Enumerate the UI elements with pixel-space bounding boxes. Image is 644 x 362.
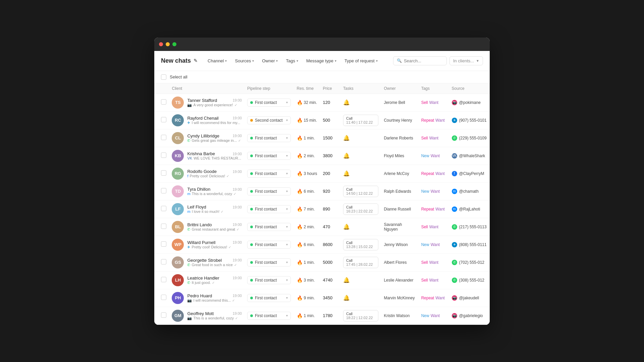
tag-1[interactable]: Sell xyxy=(421,225,428,229)
filter-tags[interactable]: Tags ▾ xyxy=(282,57,301,65)
pipeline-select[interactable]: First contact ▾ xyxy=(247,258,291,266)
client-message: ✆ Great food in such a nice ✓ xyxy=(187,263,241,267)
tag-2[interactable]: Want xyxy=(429,260,439,265)
bell-icon[interactable]: 🔔 xyxy=(343,135,350,141)
tag-2[interactable]: Want xyxy=(431,313,440,318)
pipeline-select[interactable]: First contact ▾ xyxy=(247,187,291,195)
table-row[interactable]: RG Rodolfo Goode 19:00 f Pretty cool! De… xyxy=(154,165,490,182)
pipeline-select[interactable]: First contact ▾ xyxy=(247,134,291,142)
tag-1[interactable]: Repeat xyxy=(421,118,434,123)
pipeline-select[interactable]: First contact ▾ xyxy=(247,241,291,249)
call-task[interactable]: Call 16:23 | 22.02.22 xyxy=(343,203,378,215)
tag-2[interactable]: Want xyxy=(429,278,439,283)
bell-icon[interactable]: 🔔 xyxy=(343,153,350,159)
table-row[interactable]: TD Tyra Dhillon 19:00 m This is a wonder… xyxy=(154,182,490,200)
search-input[interactable] xyxy=(404,58,443,63)
tag-2[interactable]: Want xyxy=(431,154,440,158)
tag-1[interactable]: Sell xyxy=(421,100,428,105)
bell-icon[interactable]: 🔔 xyxy=(343,171,350,176)
close-button[interactable] xyxy=(159,42,163,46)
row-checkbox[interactable] xyxy=(161,117,166,122)
table-row[interactable]: LF Leif Floyd 19:00 m I love it so much!… xyxy=(154,200,490,218)
avatar: TD xyxy=(172,185,184,197)
bell-icon[interactable]: 🔔 xyxy=(343,224,350,230)
pipeline-select[interactable]: First contact ▾ xyxy=(247,223,291,231)
message-source-icon: m xyxy=(187,209,190,214)
row-checkbox[interactable] xyxy=(161,135,166,140)
table-row[interactable]: WP Willard Purnell 19:00 ✈ Pretty cool! … xyxy=(154,236,490,253)
call-task[interactable]: Call 18:22 | 12.02.22 xyxy=(343,310,378,321)
tag-2[interactable]: Want xyxy=(431,242,440,247)
tag-1[interactable]: Repeat xyxy=(421,207,434,212)
table-row[interactable]: GS Georgette Strobel 19:00 ✆ Great food … xyxy=(154,253,490,271)
pipeline-select[interactable]: Second contact ▾ xyxy=(247,116,291,124)
avatar: GS xyxy=(172,256,184,268)
tag-2[interactable]: Want xyxy=(429,225,439,229)
pipeline-select[interactable]: First contact ▾ xyxy=(247,152,291,160)
row-checkbox[interactable] xyxy=(161,99,166,105)
tag-1[interactable]: New xyxy=(421,189,429,194)
bell-icon[interactable]: 🔔 xyxy=(343,100,350,105)
pipeline-select[interactable]: First contact ▾ xyxy=(247,205,291,213)
table-row[interactable]: BL Brittni Lando 19:00 ✆ Great restauran… xyxy=(154,218,490,236)
tag-1[interactable]: New xyxy=(421,313,429,318)
res-time-value: 32 min. xyxy=(304,100,317,105)
call-task[interactable]: Call 17:45 | 28.02.22 xyxy=(343,257,378,268)
filter-sources[interactable]: Sources ▾ xyxy=(231,57,257,65)
table-row[interactable]: RC Rayford Chenail 19:00 ✈ I will recomm… xyxy=(154,111,490,129)
row-checkbox[interactable] xyxy=(161,170,166,176)
pipeline-select[interactable]: First contact ▾ xyxy=(247,170,291,178)
table-row[interactable]: CL Cyndy Lillibridge 19:00 ✆ Gets great … xyxy=(154,129,490,147)
table-row[interactable]: PH Pedro Huard 19:00 📷 I will recommend … xyxy=(154,289,490,307)
client-filter[interactable]: In clients... ▼ xyxy=(449,56,483,65)
filter-message_type[interactable]: Message type ▾ xyxy=(303,57,340,65)
row-checkbox-cell xyxy=(154,200,169,218)
table-row[interactable]: KB Krishna Barbe 19:00 VK WE LOVE THIS R… xyxy=(154,147,490,165)
tag-1[interactable]: Repeat xyxy=(421,296,434,300)
tag-1[interactable]: Sell xyxy=(421,260,428,265)
pipeline-label: First contact xyxy=(255,278,284,283)
call-task[interactable]: Call 13:28 | 15.02.22 xyxy=(343,239,378,250)
call-time: 16:23 | 22.02.22 xyxy=(346,209,373,213)
maximize-button[interactable] xyxy=(172,42,176,46)
pipeline-select[interactable]: First contact ▾ xyxy=(247,99,291,107)
row-checkbox[interactable] xyxy=(161,277,166,282)
tag-2[interactable]: Want xyxy=(435,171,445,176)
row-checkbox[interactable] xyxy=(161,188,166,193)
tag-1[interactable]: Sell xyxy=(421,136,428,140)
tag-2[interactable]: Want xyxy=(435,118,445,123)
row-checkbox[interactable] xyxy=(161,295,166,300)
tag-2[interactable]: Want xyxy=(435,296,445,300)
pipeline-select[interactable]: First contact ▾ xyxy=(247,294,291,302)
tag-2[interactable]: Want xyxy=(429,136,439,140)
table-row[interactable]: GM Geoffrey Mott 19:00 📷 This is a wonde… xyxy=(154,307,490,324)
row-checkbox[interactable] xyxy=(161,153,166,158)
row-checkbox[interactable] xyxy=(161,206,166,211)
pipeline-select[interactable]: First contact ▾ xyxy=(247,276,291,284)
tag-1[interactable]: New xyxy=(421,242,429,247)
row-checkbox[interactable] xyxy=(161,259,166,264)
table-row[interactable]: TS Tanner Stafford 19:00 📷 A very good e… xyxy=(154,94,490,111)
minimize-button[interactable] xyxy=(166,42,170,46)
filter-owner[interactable]: Owner ▾ xyxy=(259,57,281,65)
res-time-value: 3 min. xyxy=(304,278,315,283)
filter-type_of_request[interactable]: Type of request ▾ xyxy=(341,57,381,65)
pipeline-select[interactable]: First contact ▾ xyxy=(247,312,291,320)
bell-icon[interactable]: 🔔 xyxy=(343,277,350,283)
row-checkbox[interactable] xyxy=(161,241,166,247)
tag-1[interactable]: Repeat xyxy=(421,171,434,176)
call-task[interactable]: Call 14:50 | 12.02.22 xyxy=(343,186,378,197)
tag-2[interactable]: Want xyxy=(429,100,439,105)
call-task[interactable]: Call 11:40 | 17.02.22 xyxy=(343,115,378,126)
table-row[interactable]: LH Leatrice Handler 19:00 ✆ It just good… xyxy=(154,271,490,289)
tag-2[interactable]: Want xyxy=(435,207,445,212)
row-checkbox[interactable] xyxy=(161,224,166,229)
bell-icon[interactable]: 🔔 xyxy=(343,295,350,301)
tag-1[interactable]: Sell xyxy=(421,278,428,283)
tag-1[interactable]: New xyxy=(421,154,429,158)
select-all-checkbox[interactable] xyxy=(161,74,166,80)
tag-2[interactable]: Want xyxy=(431,189,440,194)
filter-channel[interactable]: Channel ▾ xyxy=(204,57,230,65)
row-checkbox[interactable] xyxy=(161,312,166,318)
edit-icon[interactable]: ✎ xyxy=(194,58,198,63)
